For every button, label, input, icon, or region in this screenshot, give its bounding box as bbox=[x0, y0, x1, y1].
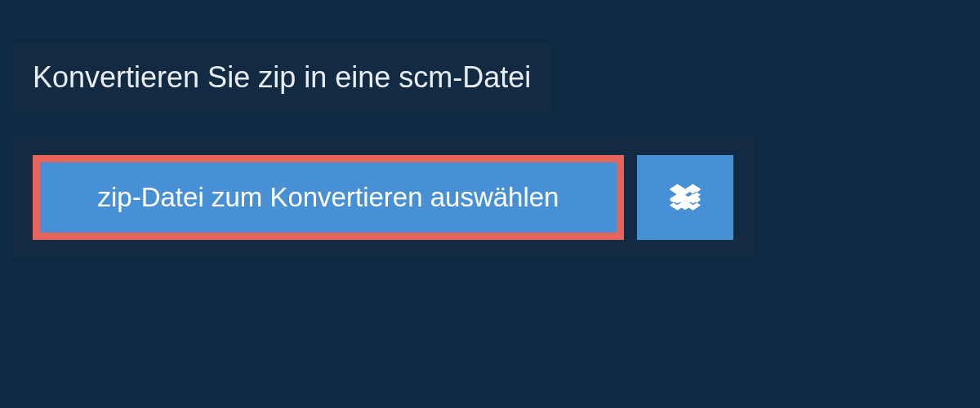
title-bar: Konvertieren Sie zip in eine scm-Datei bbox=[11, 42, 552, 113]
page-title: Konvertieren Sie zip in eine scm-Datei bbox=[33, 60, 531, 95]
select-file-label: zip-Datei zum Konvertieren auswählen bbox=[98, 182, 559, 213]
upload-panel: zip-Datei zum Konvertieren auswählen bbox=[11, 137, 755, 258]
dropbox-icon bbox=[670, 182, 701, 213]
select-file-button[interactable]: zip-Datei zum Konvertieren auswählen bbox=[33, 155, 624, 240]
dropbox-button[interactable] bbox=[637, 155, 733, 240]
